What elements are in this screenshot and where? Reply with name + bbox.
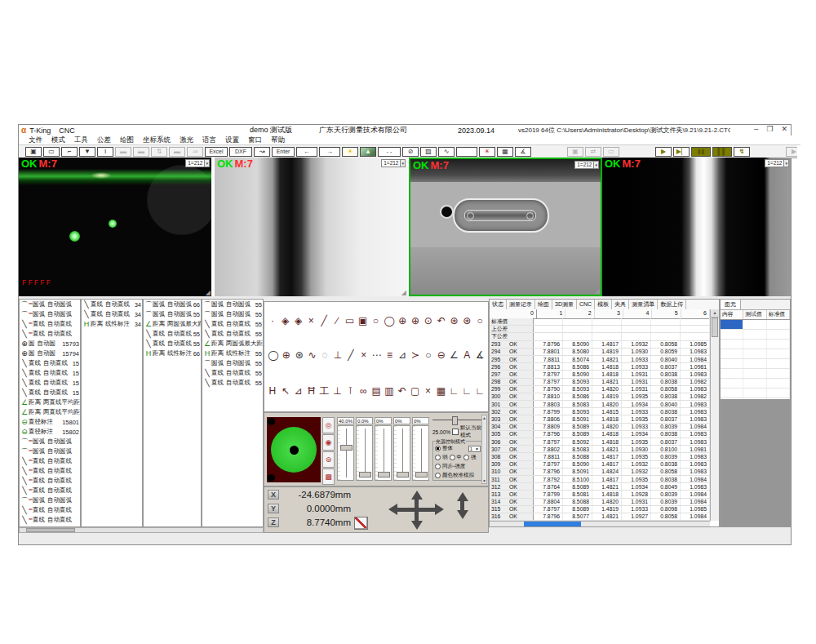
toolbar-button[interactable]: ▼ [79, 147, 95, 157]
measure-item[interactable]: ╲直线自动直线15 [20, 388, 80, 398]
measure-item[interactable]: ⌒***圆弧自动圆弧 [20, 309, 80, 319]
default-mode-checkbox[interactable] [452, 429, 459, 435]
palette-tool-icon[interactable]: ∞ [358, 385, 368, 397]
toolbar-button[interactable]: ✳ [479, 147, 495, 157]
palette-tool-icon[interactable]: ▭ [345, 315, 355, 326]
palette-tool-icon[interactable]: ∠ [450, 349, 459, 361]
measure-item[interactable]: ∠距离两直线平均距 [20, 398, 80, 407]
measure-item[interactable]: ╲直线自动直线55 [144, 329, 201, 339]
table-row[interactable]: 301OK7.88038.50831.48201.09340.80401.098… [490, 401, 710, 408]
palette-tool-icon[interactable]: ◈ [281, 315, 290, 326]
camera-view-2[interactable]: OKM:7 1=212▾ ◢ [215, 158, 407, 296]
scrollbar-thumb[interactable] [524, 522, 581, 526]
resize-grip-icon[interactable]: ◢ [206, 289, 211, 296]
palette-tool-icon[interactable]: ⊺ [345, 385, 355, 397]
camera-zoom-selector[interactable]: 1=212▾ [185, 159, 210, 167]
menu-item-公差[interactable]: 公差 [97, 135, 111, 145]
toolbar-button[interactable]: ▭ [603, 147, 619, 157]
toolbar-button[interactable]: ▶ [655, 147, 672, 157]
toolbar-button[interactable]: ∿ [438, 147, 455, 157]
menu-item-设置[interactable]: 设置 [225, 135, 239, 145]
chevron-down-icon[interactable]: ▾ [401, 159, 406, 167]
measure-item[interactable]: ⌒***圆弧自动圆弧 [20, 495, 80, 505]
light-slider[interactable] [375, 425, 392, 481]
table-tab-状态[interactable]: 状态 [490, 300, 507, 309]
palette-tool-icon[interactable]: ⊥ [333, 349, 343, 361]
measure-item[interactable]: ⌒圆弧自动圆弧55 [144, 309, 201, 319]
list-item[interactable] [721, 369, 790, 379]
camera-zoom-selector[interactable]: 1=212▾ [765, 159, 789, 167]
light-slider[interactable] [356, 425, 373, 481]
channel-select[interactable]: 1▼ [468, 446, 481, 452]
table-row[interactable]: 297OK7.87978.50901.48181.09310.80381.098… [490, 371, 710, 378]
menu-item-窗口[interactable]: 窗口 [248, 135, 262, 145]
measure-item[interactable]: ⌒圆弧自动圆弧55 [202, 358, 263, 368]
measure-item[interactable]: ∠距离两直线平均距 [20, 407, 80, 417]
palette-tool-icon[interactable]: ≻ [410, 349, 420, 361]
measure-item[interactable]: ╲***直线自动直线 [20, 515, 80, 525]
table-row[interactable]: 295OK7.88118.50741.48211.09330.80401.098… [490, 356, 710, 363]
toolbar-button[interactable]: → [319, 147, 340, 157]
chevron-down-icon[interactable]: ▾ [594, 161, 599, 169]
jog-down-arrow[interactable] [411, 521, 423, 530]
toolbar-button[interactable]: ⇒ [187, 147, 203, 157]
toolbar-button[interactable]: ⊘ [402, 147, 419, 157]
table-row[interactable]: 下公差 [490, 333, 710, 340]
measure-item[interactable]: ⊖直径标注15801 [20, 417, 80, 427]
table-row[interactable]: 299OK7.87908.50931.48201.09310.80581.098… [490, 386, 710, 393]
light-mode-button[interactable]: ▩ [322, 469, 335, 485]
table-row[interactable]: 313OK7.87998.50811.48181.09280.80391.098… [490, 491, 710, 498]
measure-item[interactable]: ⊕圆自动圆15793 [20, 339, 80, 349]
toolbar-button[interactable]: ∡ [515, 147, 531, 157]
palette-tool-icon[interactable]: 工 [320, 384, 330, 398]
palette-tool-icon[interactable]: ⋯ [372, 349, 382, 361]
toolbar-button[interactable]: ▨ [420, 147, 437, 157]
measure-item[interactable]: ⌒圆弧自动圆弧55 [202, 309, 263, 319]
toolbar-button[interactable]: ⌐ [61, 147, 78, 157]
light-panel-scrollbar[interactable]: ▲▼ [481, 415, 487, 484]
palette-tool-icon[interactable]: ⊛ [450, 315, 459, 326]
table-tab-数据上传[interactable]: 数据上传 [658, 300, 686, 309]
palette-tool-icon[interactable]: ⊕ [410, 315, 420, 326]
palette-tool-icon[interactable]: ▢ [410, 385, 420, 397]
palette-tool-icon[interactable]: ∟ [462, 385, 472, 397]
measure-item[interactable]: ╲直线自动直线55 [202, 329, 263, 339]
table-row[interactable]: 310OK7.87968.50911.48241.09320.80581.098… [490, 469, 710, 476]
palette-tool-icon[interactable]: ╱ [346, 349, 356, 361]
palette-tool-icon[interactable]: ∟ [449, 385, 459, 397]
palette-tool-icon[interactable]: × [424, 385, 433, 397]
measure-item[interactable]: ∠距离两圆弧最大距 [202, 339, 263, 349]
table-tab-3D测量[interactable]: 3D测量 [552, 300, 577, 309]
ring-light-preview[interactable] [267, 417, 321, 482]
table-tab-绘图[interactable]: 绘图 [535, 300, 552, 309]
palette-tool-icon[interactable]: ∿ [308, 349, 317, 361]
list-item[interactable] [721, 340, 790, 349]
slider-thumb[interactable] [359, 472, 371, 477]
list-item[interactable] [721, 320, 790, 330]
resize-grip-icon[interactable]: ◢ [785, 289, 790, 296]
light-mode-button[interactable]: ◉ [322, 434, 335, 451]
menu-item-坐标系统[interactable]: 坐标系统 [143, 135, 171, 145]
palette-tool-icon[interactable]: ⊿ [294, 385, 304, 397]
toolbar-button[interactable]: ↝ [254, 147, 270, 157]
toolbar-button[interactable]: ▬ [133, 147, 149, 157]
measure-item[interactable]: ╲直线自动直线15 [20, 358, 80, 368]
palette-tool-icon[interactable]: ⊿ [397, 349, 407, 361]
palette-tool-icon[interactable]: ○ [475, 315, 485, 326]
toolbar-button[interactable]: ⇄ [585, 147, 601, 157]
toolbar-button[interactable]: ▶▏ [673, 147, 690, 157]
toolbar-button[interactable]: ⇅ [151, 147, 167, 157]
slider-thumb[interactable] [397, 472, 409, 477]
menu-item-绘图[interactable]: 绘图 [120, 135, 134, 145]
table-tab-测量清单[interactable]: 测量清单 [629, 300, 658, 309]
palette-tool-icon[interactable]: ○ [371, 315, 381, 326]
table-horizontal-scrollbar[interactable] [490, 521, 710, 526]
scrollbar-thumb[interactable] [712, 318, 718, 337]
palette-tool-icon[interactable]: ⊖ [437, 349, 446, 361]
table-row[interactable]: 296OK7.88138.50861.48181.09330.80371.098… [490, 363, 710, 371]
radio-low[interactable] [435, 455, 441, 460]
radio-mid[interactable] [450, 455, 455, 460]
measure-item[interactable]: H距离线性标注66 [144, 349, 201, 358]
minimize-button[interactable]: – [754, 125, 758, 133]
list-item[interactable] [721, 349, 790, 359]
